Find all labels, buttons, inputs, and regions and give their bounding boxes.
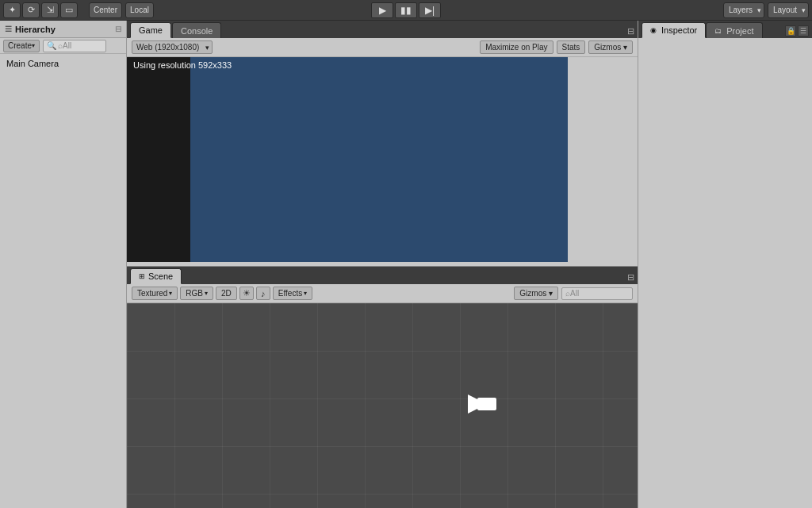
- tab-inspector[interactable]: ◉ Inspector: [642, 22, 706, 38]
- hierarchy-resize[interactable]: ⊟: [115, 25, 121, 33]
- scene-grid: [127, 303, 638, 508]
- center-panel: Game Console ⊟ Web (1920x1080) Maximize …: [127, 21, 638, 508]
- game-toolbar: Web (1920x1080) Maximize on Play Stats G…: [127, 38, 638, 57]
- hierarchy-search[interactable]: 🔍 ⌕All: [43, 40, 106, 52]
- scene-panel-close[interactable]: ⊟: [627, 272, 634, 284]
- rotate-tool-btn[interactable]: ⟳: [22, 2, 40, 18]
- pivot-btn[interactable]: Center: [89, 2, 122, 18]
- move-tool-btn[interactable]: ✦: [3, 2, 21, 18]
- svg-marker-1: [468, 394, 477, 414]
- hierarchy-panel: ☰ Hierarchy ⊟ Create ▾ 🔍 ⌕All Main Camer…: [0, 21, 127, 508]
- inspector-content: [638, 38, 812, 508]
- right-panel-header: ◉ Inspector 🗂 Project 🔒 ☰: [638, 21, 812, 38]
- hierarchy-icon: ☰: [5, 25, 12, 33]
- rgb-btn[interactable]: RGB: [180, 287, 213, 300]
- maximize-on-play-btn[interactable]: Maximize on Play: [480, 40, 553, 54]
- scale-tool-btn[interactable]: ⇲: [41, 2, 59, 18]
- left-dark-strip: [127, 57, 190, 262]
- project-icon: 🗂: [714, 27, 722, 35]
- pivot-label: Center: [94, 6, 117, 14]
- tab-project[interactable]: 🗂 Project: [706, 22, 762, 38]
- game-area: Game Console ⊟ Web (1920x1080) Maximize …: [127, 21, 638, 267]
- main-camera-label: Main Camera: [6, 59, 59, 68]
- gizmos-scene-btn[interactable]: Gizmos ▾: [514, 287, 558, 300]
- scene-search-placeholder: ⌕All: [565, 289, 579, 298]
- scene-tab-bar: ⊞ Scene ⊟: [127, 267, 638, 284]
- play-controls: ▶ ▮▮ ▶|: [371, 2, 441, 18]
- layers-label: Layers: [729, 6, 753, 14]
- resolution-value: Web (1920x1080): [136, 43, 199, 52]
- game-toolbar-right: Maximize on Play Stats Gizmos ▾: [480, 40, 633, 54]
- right-panel: ◉ Inspector 🗂 Project 🔒 ☰: [638, 21, 812, 508]
- inspector-tab-label: Inspector: [661, 25, 697, 35]
- resolution-display: 592x333: [198, 60, 232, 70]
- search-icon: 🔍: [47, 41, 56, 50]
- space-btn[interactable]: Local: [125, 2, 154, 18]
- game-viewport: Using resolution 592x333: [127, 57, 638, 266]
- top-toolbar: ✦ ⟳ ⇲ ▭ Center Local ▶ ▮▮ ▶| Layers Layo…: [0, 0, 812, 21]
- pause-btn[interactable]: ▮▮: [395, 2, 417, 18]
- camera-icon: [468, 393, 496, 421]
- hierarchy-title: Hierarchy: [15, 25, 56, 34]
- sun-icon[interactable]: ☀: [239, 287, 254, 300]
- audio-icon[interactable]: ♪: [256, 287, 270, 300]
- svg-rect-0: [477, 398, 496, 410]
- create-arrow: ▾: [32, 42, 35, 49]
- layout-label: Layout: [773, 6, 797, 14]
- project-tab-label: Project: [726, 26, 753, 36]
- 2d-btn[interactable]: 2D: [216, 287, 237, 300]
- inspector-icon: ◉: [650, 26, 657, 34]
- resolution-select[interactable]: Web (1920x1080): [132, 40, 213, 54]
- scene-area: ⊞ Scene ⊟ Textured RGB 2D ☀ ♪ Eff: [127, 267, 638, 508]
- lock-btn[interactable]: 🔒: [785, 25, 796, 37]
- panel-menu-btn[interactable]: ☰: [798, 25, 809, 37]
- game-panel-close[interactable]: ⊟: [627, 26, 634, 38]
- layers-dropdown[interactable]: Layers: [723, 2, 764, 18]
- main-layout: ☰ Hierarchy ⊟ Create ▾ 🔍 ⌕All Main Camer…: [0, 21, 812, 508]
- hierarchy-header: ☰ Hierarchy ⊟: [0, 21, 126, 38]
- effects-btn[interactable]: Effects: [273, 287, 312, 300]
- layout-dropdown[interactable]: Layout: [768, 2, 809, 18]
- scene-search[interactable]: ⌕All: [561, 287, 633, 300]
- scene-gizmos-area: Gizmos ▾ ⌕All: [514, 287, 633, 300]
- game-viewport-inner: [127, 57, 638, 266]
- scene-icon: ⊞: [139, 272, 145, 280]
- console-tab-label: Console: [181, 26, 213, 36]
- scene-tab-label: Scene: [148, 271, 173, 281]
- tab-console[interactable]: Console: [172, 22, 221, 38]
- right-panel-controls: 🔒 ☰: [785, 25, 809, 38]
- step-btn[interactable]: ▶|: [419, 2, 441, 18]
- hierarchy-content: Main Camera: [0, 54, 126, 508]
- game-tab-label: Game: [139, 25, 163, 35]
- textured-btn[interactable]: Textured: [132, 287, 178, 300]
- scene-viewport[interactable]: [127, 303, 638, 508]
- game-canvas[interactable]: [190, 57, 568, 262]
- transform-tools: ✦ ⟳ ⇲ ▭: [3, 2, 78, 18]
- create-btn[interactable]: Create ▾: [3, 40, 40, 52]
- rect-tool-btn[interactable]: ▭: [60, 2, 78, 18]
- hierarchy-toolbar: Create ▾ 🔍 ⌕All: [0, 38, 126, 54]
- search-placeholder: ⌕All: [58, 41, 71, 50]
- stats-btn[interactable]: Stats: [557, 40, 586, 54]
- play-btn[interactable]: ▶: [371, 2, 393, 18]
- hierarchy-main-camera[interactable]: Main Camera: [0, 57, 126, 70]
- resolution-text: Using resolution 592x333: [133, 60, 232, 70]
- scene-toolbar: Textured RGB 2D ☀ ♪ Effects Gizmos ▾: [127, 284, 638, 303]
- game-tab-bar: Game Console ⊟: [127, 21, 638, 38]
- tab-game[interactable]: Game: [130, 22, 171, 38]
- gizmos-btn[interactable]: Gizmos ▾: [588, 40, 633, 54]
- tab-scene[interactable]: ⊞ Scene: [130, 268, 182, 284]
- right-toolbar-controls: Layers Layout: [723, 2, 809, 18]
- space-label: Local: [130, 6, 149, 14]
